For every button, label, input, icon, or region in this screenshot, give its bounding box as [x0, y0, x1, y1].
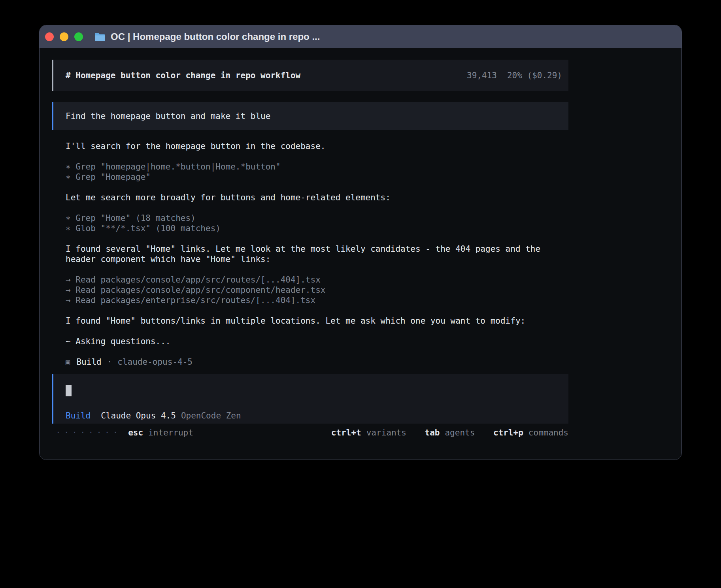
window-title: OC | Homepage button color change in rep… — [111, 31, 320, 42]
folder-icon — [94, 32, 106, 41]
tool-call-grep: ∗ Grep "homepage|home.*button|Home.*butt… — [66, 162, 556, 172]
agents-label: agents — [445, 428, 475, 437]
tool-call-group: → Read packages/console/app/src/routes/[… — [66, 275, 556, 305]
assistant-paragraph: I'll search for the homepage button in t… — [66, 141, 556, 151]
status-bar: ········ esc interrupt ctrl+tvariants ta… — [52, 428, 568, 438]
token-count: 39,413 — [467, 71, 497, 80]
close-button[interactable] — [45, 32, 54, 41]
tool-call-grep: ∗ Grep "Homepage" — [66, 172, 556, 182]
working-status: ~ Asking questions... — [66, 336, 556, 347]
terminal-screen: # Homepage button color change in repo w… — [40, 60, 681, 460]
tool-call-grep: ∗ Grep "Home" (18 matches) — [66, 213, 556, 223]
ctrl-p-key-hint: ctrl+p — [493, 428, 523, 437]
esc-key-hint: esc — [128, 428, 143, 438]
agent-square-icon: ▣ — [66, 357, 70, 367]
text-cursor — [66, 385, 72, 396]
assistant-paragraph: I found "Home" buttons/links in multiple… — [66, 316, 556, 326]
assistant-text: I found "Home" buttons/links in multiple… — [66, 316, 556, 326]
hint-commands: ctrl+pcommands — [493, 428, 568, 437]
session-content: # Homepage button color change in repo w… — [52, 60, 568, 438]
terminal-window: OC | Homepage button color change in rep… — [39, 25, 682, 460]
tab-key-hint: tab — [425, 428, 440, 437]
window-titlebar[interactable]: OC | Homepage button color change in rep… — [40, 25, 681, 48]
tool-call-read: → Read packages/enterprise/src/routes/[.… — [66, 295, 556, 305]
agent-separator: · — [107, 357, 112, 367]
prompt-input[interactable]: BuildClaude Opus 4.5OpenCode Zen — [52, 374, 568, 424]
tool-call-read: → Read packages/console/app/src/componen… — [66, 285, 556, 295]
spinner-dots: ········ — [56, 428, 121, 438]
hint-variants: ctrl+tvariants — [331, 428, 406, 437]
session-header: # Homepage button color change in repo w… — [52, 60, 568, 91]
zoom-button[interactable] — [74, 32, 83, 41]
tool-call-group: ∗ Grep "homepage|home.*button|Home.*butt… — [66, 162, 556, 182]
ctrl-t-key-hint: ctrl+t — [331, 428, 361, 437]
user-message: Find the homepage button and make it blu… — [52, 102, 568, 130]
input-footer: BuildClaude Opus 4.5OpenCode Zen — [66, 411, 568, 421]
window-controls — [45, 32, 83, 41]
assistant-paragraph: Let me search more broadly for buttons a… — [66, 192, 556, 203]
assistant-response: I'll search for the homepage button in t… — [52, 141, 556, 367]
interrupt-label: interrupt — [148, 428, 193, 438]
context-usage: 20% ($0.29) — [507, 71, 562, 80]
commands-label: commands — [528, 428, 568, 437]
hint-agents: tabagents — [425, 428, 475, 437]
tool-call-group: ∗ Grep "Home" (18 matches) ∗ Glob "**/*.… — [66, 213, 556, 234]
agent-name: Build — [76, 357, 101, 367]
agent-model: claude-opus-4-5 — [117, 357, 193, 367]
session-title: # Homepage button color change in repo w… — [66, 71, 300, 80]
assistant-text: I'll search for the homepage button in t… — [66, 141, 556, 151]
minimize-button[interactable] — [60, 32, 68, 41]
user-message-text: Find the homepage button and make it blu… — [66, 111, 270, 121]
agent-mode-label[interactable]: Build — [66, 411, 91, 420]
working-status-text: ~ Asking questions... — [66, 336, 556, 347]
tool-call-read: → Read packages/console/app/src/routes/[… — [66, 275, 556, 285]
model-provider: OpenCode Zen — [181, 411, 241, 420]
assistant-text: Let me search more broadly for buttons a… — [66, 192, 556, 203]
variants-label: variants — [366, 428, 406, 437]
session-stats: 39,41320% ($0.29) — [467, 71, 562, 80]
assistant-paragraph: I found several "Home" links. Let me loo… — [66, 244, 556, 264]
agent-status-line: ▣ Build · claude-opus-4-5 — [66, 357, 556, 367]
tool-call-glob: ∗ Glob "**/*.tsx" (100 matches) — [66, 223, 556, 234]
status-bar-right: ctrl+tvariants tabagents ctrl+pcommands — [331, 428, 568, 438]
model-name[interactable]: Claude Opus 4.5 — [101, 411, 176, 420]
status-bar-left: ········ esc interrupt — [56, 428, 193, 438]
assistant-text: I found several "Home" links. Let me loo… — [66, 244, 556, 264]
